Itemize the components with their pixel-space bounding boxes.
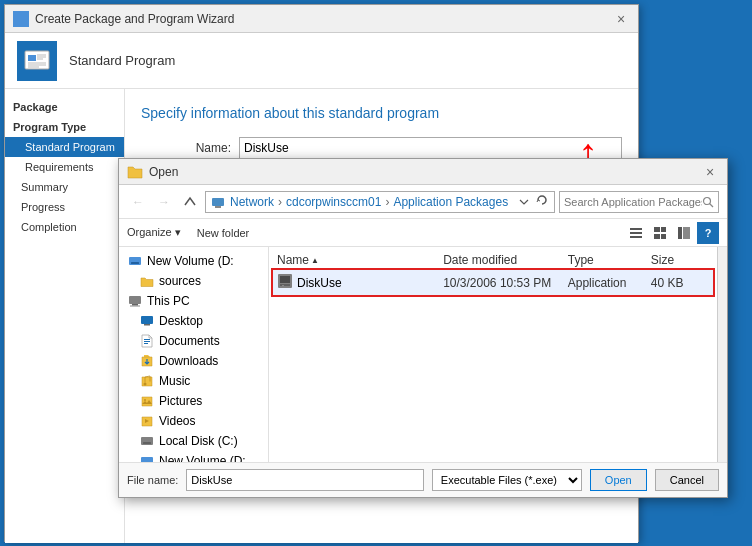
nav-progress[interactable]: Progress: [5, 197, 124, 217]
breadcrumb-bar: Network › cdcorpwinsccm01 › Application …: [205, 191, 555, 213]
breadcrumb-folder[interactable]: Application Packages: [393, 195, 508, 209]
tree-item-music[interactable]: Music: [119, 371, 268, 391]
back-button[interactable]: ←: [127, 191, 149, 213]
tree-item-label: Videos: [159, 414, 195, 428]
tree-item-label: New Volume (D:: [159, 454, 246, 462]
tree-item-sources[interactable]: sources: [119, 271, 268, 291]
svg-rect-46: [280, 284, 290, 286]
svg-rect-35: [143, 442, 151, 444]
tree-item-label: Desktop: [159, 314, 203, 328]
dialog-close-button[interactable]: ×: [701, 163, 719, 181]
dialog-title-text: Open: [149, 165, 178, 179]
pc-icon: [127, 293, 143, 309]
tree-item-label: This PC: [147, 294, 190, 308]
wizard-header-icon: [17, 41, 57, 81]
dialog-title-bar: Open ×: [119, 159, 727, 185]
svg-rect-26: [141, 316, 153, 324]
tree-item-desktop[interactable]: Desktop: [119, 311, 268, 331]
tree-item-newvolume2[interactable]: New Volume (D:: [119, 451, 268, 462]
col-name[interactable]: Name ▲: [277, 253, 443, 267]
search-bar: [559, 191, 719, 213]
svg-line-11: [710, 203, 714, 207]
title-bar: Create Package and Program Wizard ×: [5, 5, 638, 33]
svg-rect-19: [678, 227, 682, 239]
tree-item-label: Pictures: [159, 394, 202, 408]
svg-rect-18: [661, 234, 666, 239]
svg-point-32: [144, 399, 146, 401]
dialog-body: New Volume (D: sources: [119, 247, 727, 462]
tree-item-thispc[interactable]: This PC: [119, 291, 268, 311]
breadcrumb-refresh-button[interactable]: [534, 194, 550, 209]
file-list-header: Name ▲ Date modified Type Size: [273, 251, 713, 270]
up-button[interactable]: [179, 191, 201, 213]
tree-item-label: Downloads: [159, 354, 218, 368]
nav-requirements[interactable]: Requirements: [5, 157, 124, 177]
tree-item-documents[interactable]: Documents: [119, 331, 268, 351]
svg-rect-15: [654, 227, 660, 232]
col-type[interactable]: Type: [568, 253, 651, 267]
forward-button[interactable]: →: [153, 191, 175, 213]
svg-rect-20: [683, 227, 690, 239]
name-label: Name:: [141, 141, 231, 155]
tree-item-newvolume1[interactable]: New Volume (D:: [119, 251, 268, 271]
music-icon: [139, 373, 155, 389]
svg-rect-25: [130, 306, 140, 307]
tree-item-videos[interactable]: Videos: [119, 411, 268, 431]
svg-point-31: [144, 383, 147, 386]
search-icon: [702, 196, 714, 208]
name-row: Name:: [141, 137, 622, 159]
wizard-header-title: Standard Program: [69, 53, 175, 68]
svg-rect-27: [144, 324, 150, 326]
dialog-toolbar: ← → Network › cdcorpwinsccm01 › Applicat…: [119, 185, 727, 219]
tree-item-localc[interactable]: Local Disk (C:): [119, 431, 268, 451]
drive2-icon: [139, 453, 155, 462]
svg-rect-9: [215, 206, 221, 208]
breadcrumb-network[interactable]: Network: [230, 195, 274, 209]
cancel-button[interactable]: Cancel: [655, 469, 719, 491]
name-input[interactable]: [239, 137, 622, 159]
tree-item-label: Documents: [159, 334, 220, 348]
downloads-icon: [139, 353, 155, 369]
localdisk-icon: [139, 433, 155, 449]
col-date[interactable]: Date modified: [443, 253, 568, 267]
breadcrumb-server[interactable]: cdcorpwinsccm01: [286, 195, 381, 209]
filename-input[interactable]: [186, 469, 423, 491]
nav-summary[interactable]: Summary: [5, 177, 124, 197]
new-folder-button[interactable]: New folder: [197, 227, 250, 239]
wizard-title: Create Package and Program Wizard: [35, 12, 234, 26]
svg-rect-8: [212, 198, 224, 206]
tree-item-label: sources: [159, 274, 201, 288]
organize-bar: Organize ▾ New folder: [119, 219, 727, 247]
dialog-folder-icon: [127, 164, 143, 180]
svg-rect-45: [280, 276, 290, 283]
organize-button[interactable]: Organize ▾: [127, 226, 181, 239]
svg-rect-13: [630, 232, 642, 234]
filetype-select[interactable]: Executable Files (*.exe): [432, 469, 582, 491]
tree-item-downloads[interactable]: Downloads: [119, 351, 268, 371]
view-list-button[interactable]: [625, 222, 647, 244]
tree-item-pictures[interactable]: Pictures: [119, 391, 268, 411]
nav-standard-program[interactable]: Standard Program: [5, 137, 124, 157]
close-button[interactable]: ×: [612, 10, 630, 28]
content-title: Specify information about this standard …: [141, 105, 622, 121]
breadcrumb-dropdown-icon[interactable]: [518, 196, 530, 208]
svg-rect-29: [144, 341, 150, 342]
file-type-cell: Application: [568, 276, 651, 290]
svg-rect-28: [144, 339, 150, 340]
svg-rect-30: [144, 343, 148, 344]
tree-item-label: Music: [159, 374, 190, 388]
scrollbar[interactable]: [717, 247, 727, 462]
tree-item-label: Local Disk (C:): [159, 434, 238, 448]
desktop-icon: [139, 313, 155, 329]
nav-completion[interactable]: Completion: [5, 217, 124, 237]
file-date-cell: 10/3/2006 10:53 PM: [443, 276, 568, 290]
search-input[interactable]: [564, 196, 702, 208]
drive-icon: [127, 253, 143, 269]
svg-rect-16: [661, 227, 666, 232]
view-details-button[interactable]: [649, 222, 671, 244]
file-row[interactable]: DiskUse 10/3/2006 10:53 PM Application 4…: [273, 270, 713, 295]
col-size[interactable]: Size: [651, 253, 709, 267]
help-button[interactable]: ?: [697, 222, 719, 244]
view-pane-button[interactable]: [673, 222, 695, 244]
open-button[interactable]: Open: [590, 469, 647, 491]
